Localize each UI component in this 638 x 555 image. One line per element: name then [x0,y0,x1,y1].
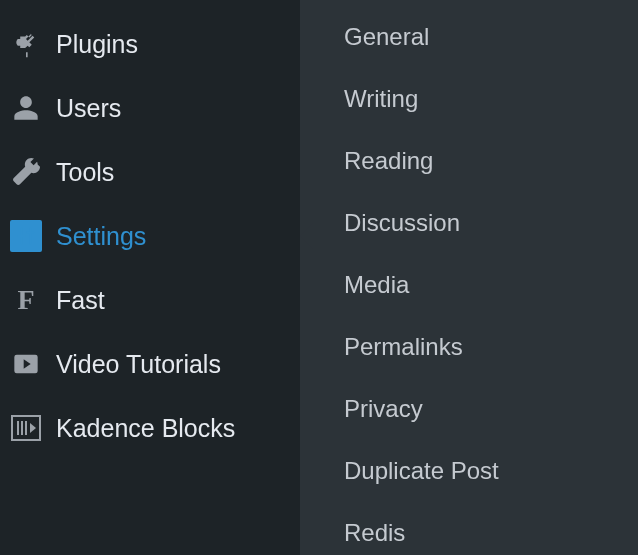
submenu-item-media[interactable]: Media [344,254,638,316]
settings-submenu: General Writing Reading Discussion Media… [300,0,638,555]
submenu-item-discussion[interactable]: Discussion [344,192,638,254]
wrench-icon [10,156,42,188]
plug-icon [10,28,42,60]
submenu-item-permalinks[interactable]: Permalinks [344,316,638,378]
sidebar-item-label: Settings [56,222,146,251]
sidebar-item-video-tutorials[interactable]: Video Tutorials [0,332,300,396]
sidebar-item-tools[interactable]: Tools [0,140,300,204]
submenu-item-writing[interactable]: Writing [344,68,638,130]
kadence-icon [10,412,42,444]
sidebar-item-kadence-blocks[interactable]: Kadence Blocks [0,396,300,460]
submenu-item-redis[interactable]: Redis [344,502,638,555]
user-icon [10,92,42,124]
sidebar-item-label: Video Tutorials [56,350,221,379]
submenu-item-reading[interactable]: Reading [344,130,638,192]
fast-icon: F [10,284,42,316]
sidebar-item-label: Users [56,94,121,123]
sidebar-item-label: Tools [56,158,114,187]
sidebar-item-fast[interactable]: F Fast [0,268,300,332]
sidebar-item-label: Kadence Blocks [56,414,235,443]
submenu-item-duplicate-post[interactable]: Duplicate Post [344,440,638,502]
sidebar-item-label: Plugins [56,30,138,59]
sliders-icon [10,220,42,252]
sidebar-item-plugins[interactable]: Plugins [0,12,300,76]
sidebar-item-users[interactable]: Users [0,76,300,140]
submenu-item-privacy[interactable]: Privacy [344,378,638,440]
sidebar-item-label: Fast [56,286,105,315]
sidebar-item-settings[interactable]: Settings [0,204,300,268]
play-icon [10,348,42,380]
submenu-item-general[interactable]: General [344,6,638,68]
admin-sidebar: Plugins Users Tools Settings F Fast Vide… [0,0,300,555]
